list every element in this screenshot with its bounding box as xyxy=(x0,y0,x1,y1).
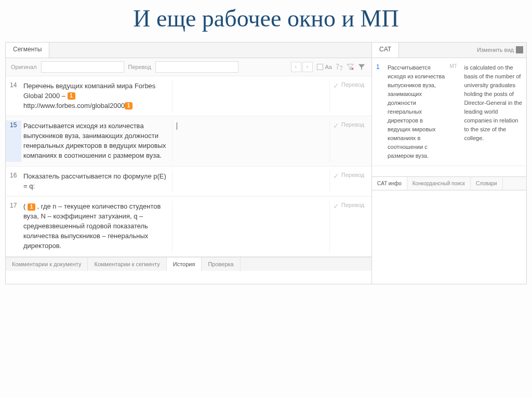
cat-lower-body xyxy=(372,190,526,284)
segment-row[interactable]: 16 Показатель рассчитывается по формуле … xyxy=(6,167,371,197)
clear-filter-icon[interactable] xyxy=(345,62,355,72)
segment-target[interactable] xyxy=(172,120,330,161)
check-icon: ✓ xyxy=(333,121,339,130)
check-icon: ✓ xyxy=(333,81,339,90)
segment-row[interactable]: 17 ( 1 , где n – текущее количество студ… xyxy=(6,197,371,256)
svg-marker-3 xyxy=(358,64,365,70)
tab-spacer xyxy=(49,43,371,58)
tab-doc-comments[interactable]: Комментарии к документу xyxy=(6,257,88,271)
cat-panel: CAT Изменить вид 1 Рассчитывается исходя… xyxy=(372,42,527,285)
cat-match-row[interactable]: 1 Рассчитывается исходя из количества вы… xyxy=(372,58,526,167)
segment-number: 14 xyxy=(6,80,21,112)
filter-bar: Оригинал Перевод ‹ › Aa xyxy=(6,58,371,76)
status-text: Перевод xyxy=(341,172,364,178)
target-filter-label: Перевод xyxy=(128,64,151,70)
right-tab-bar: CAT Изменить вид xyxy=(372,43,526,58)
segment-number: 16 xyxy=(6,171,21,193)
segment-status: ✓ Перевод xyxy=(330,120,371,161)
segments-panel: Сегменты Оригинал Перевод ‹ › Aa xyxy=(5,42,372,285)
status-text: Перевод xyxy=(341,202,364,208)
prev-button[interactable]: ‹ xyxy=(291,62,301,72)
source-filter-input[interactable] xyxy=(41,61,124,73)
app-container: Сегменты Оригинал Перевод ‹ › Aa xyxy=(0,42,532,285)
slide-title: И еще рабочее окно и МП xyxy=(0,0,532,42)
segment-source: Рассчитывается исходя из количества выпу… xyxy=(21,120,172,161)
tab-segments[interactable]: Сегменты xyxy=(6,43,49,58)
left-tab-bar: Сегменты xyxy=(6,43,371,58)
tag-badge: 1 xyxy=(68,92,75,100)
tab-glossaries[interactable]: Словари xyxy=(471,177,503,190)
segment-status: ✓ Перевод xyxy=(330,201,371,252)
mt-label: MT xyxy=(450,63,460,161)
segment-source: Показатель рассчитывается по формуле p(E… xyxy=(21,171,172,193)
match-target: is calculated on the basis of the number… xyxy=(464,63,523,161)
segment-status: ✓ Перевод xyxy=(330,80,371,112)
segment-target[interactable] xyxy=(172,171,330,193)
segment-source: Перечень ведущих компаний мира Forbes Gl… xyxy=(21,80,172,112)
segment-number: 17 xyxy=(6,201,21,252)
change-view-button[interactable]: Изменить вид xyxy=(474,43,526,58)
tab-cat-info[interactable]: CAT инфо xyxy=(372,177,407,190)
tab-seg-comments[interactable]: Комментарии к сегменту xyxy=(88,257,166,271)
tag-badge: 1 xyxy=(28,203,35,211)
tab-cat[interactable]: CAT xyxy=(372,43,399,58)
cat-lower-tabs: CAT инфо Конкордансный поиск Словари xyxy=(372,176,526,190)
match-source: Рассчитывается исходя из количества выпу… xyxy=(388,63,446,161)
next-button[interactable]: › xyxy=(302,62,313,72)
tab-spacer xyxy=(399,43,474,58)
segment-row[interactable]: 15 Рассчитывается исходя из количества в… xyxy=(6,116,371,166)
source-filter-label: Оригинал xyxy=(11,64,37,70)
bottom-tabs: Комментарии к документу Комментарии к се… xyxy=(6,257,371,271)
status-text: Перевод xyxy=(341,121,364,128)
chevron-right-icon: › xyxy=(307,64,308,70)
change-view-label: Изменить вид xyxy=(477,47,514,53)
format-filter-icon[interactable] xyxy=(334,62,343,72)
segment-text: , где n – текущее количество студентов в… xyxy=(23,202,161,249)
tab-history[interactable]: История xyxy=(167,257,202,271)
segments-body: 14 Перечень ведущих компаний мира Forbes… xyxy=(6,76,371,257)
tag-badge: 1 xyxy=(125,102,132,109)
status-text: Перевод xyxy=(341,81,364,88)
check-icon: ✓ xyxy=(333,172,339,180)
case-label: Aa xyxy=(325,64,332,70)
segment-source: ( 1 , где n – текущее количество студент… xyxy=(21,201,172,252)
case-checkbox[interactable] xyxy=(317,64,323,70)
segment-text: Перечень ведущих компаний мира Forbes Gl… xyxy=(23,82,155,100)
chevron-left-icon: ‹ xyxy=(295,64,297,70)
filter-tools: Aa xyxy=(317,62,366,72)
match-number: 1 xyxy=(376,63,383,161)
segment-status: ✓ Перевод xyxy=(330,171,371,193)
segment-target[interactable] xyxy=(172,201,330,252)
filter-icon[interactable] xyxy=(357,62,366,72)
segment-text: ( xyxy=(23,202,28,210)
tab-concordance[interactable]: Конкордансный поиск xyxy=(407,177,471,190)
segment-text: http://www.forbes.com/global2000 xyxy=(23,102,125,109)
target-filter-input[interactable] xyxy=(155,61,238,73)
segment-target[interactable] xyxy=(172,80,330,112)
text-cursor xyxy=(177,122,177,130)
segment-row[interactable]: 14 Перечень ведущих компаний мира Forbes… xyxy=(6,76,371,117)
nav-buttons: ‹ › xyxy=(291,62,313,72)
layout-icon xyxy=(516,46,523,53)
tab-qa[interactable]: Проверка xyxy=(202,257,240,271)
segment-number: 15 xyxy=(6,120,21,161)
check-icon: ✓ xyxy=(333,202,339,210)
